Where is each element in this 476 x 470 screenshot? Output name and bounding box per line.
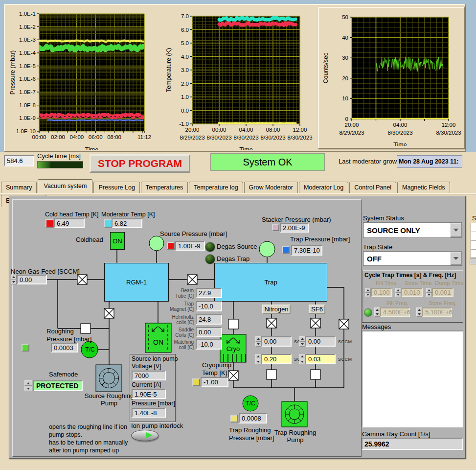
tab-pressure-log[interactable]: Pressure Log (93, 182, 139, 193)
tab-summary[interactable]: Summary (1, 182, 37, 193)
store-freq-spinner[interactable] (416, 307, 422, 317)
svg-text:00:00: 00:00 (212, 127, 227, 133)
beam-tube-value: 27.9 (196, 288, 222, 298)
source-roughing-pump-symbol (96, 365, 122, 392)
sf6-flow-set-spinner[interactable] (299, 336, 305, 347)
charts-panel: 00:0002:0004:0006:0008:0011:121.0E-11.0E… (4, 4, 466, 152)
counts-chart: 20:008/29/202304:008/30/202312:008/30/20… (319, 8, 462, 146)
degas-source-button[interactable] (205, 242, 215, 252)
beamline-valve (187, 275, 197, 284)
nitrogen-button[interactable]: Nitrogen (262, 305, 291, 314)
tab-magnetic-fields[interactable]: Magnetic Fields (397, 182, 450, 193)
svg-text:Time: Time (85, 146, 98, 150)
svg-text:5.0: 5.0 (181, 40, 189, 46)
n2-flow-act-input[interactable]: 0.20 (261, 354, 292, 364)
trap-roughing-pressure-led (230, 415, 238, 423)
store-time-input[interactable]: 0.010 (401, 288, 423, 297)
svg-text:8/30/2023: 8/30/2023 (260, 135, 285, 141)
tab-temperature-log[interactable]: Temperature log (189, 182, 243, 193)
stacker-pressure-led (272, 224, 279, 231)
pressure-chart: 00:0002:0004:0006:0008:0011:121.0E-11.0E… (7, 7, 160, 150)
n2-flow-act-spinner[interactable] (255, 354, 261, 364)
fill-time-input[interactable]: 0.100 (371, 288, 392, 297)
tab-grow-moderator[interactable]: Grow Moderator (244, 182, 298, 193)
interlock-note: opens the roughing line if ion pump stop… (49, 423, 128, 454)
sf6-flow-act-spinner[interactable] (299, 354, 305, 364)
sf6-flow-set-input[interactable]: 0.00 (305, 336, 336, 347)
store-time-spinner[interactable] (395, 288, 401, 297)
svg-text:7.0: 7.0 (181, 13, 189, 19)
tab-strip: SummaryVacuum systemPressure LogTemperat… (1, 179, 476, 193)
fill-freq-input[interactable]: 4.500E+6 (380, 307, 410, 317)
moderator-temp-value: 6.82 (112, 218, 142, 228)
sf6-button[interactable]: SF6 (309, 305, 325, 314)
temperature-chart: 20:008/29/202300:008/30/202304:008/30/20… (164, 7, 317, 150)
helmholtz-value: 24.8 (196, 314, 222, 325)
degas-trap-button[interactable] (205, 254, 215, 264)
cycle-ready-led (364, 308, 372, 317)
n2-flow-set-input[interactable]: 0.00 (261, 336, 292, 347)
tab-temperatures[interactable]: Temperatures (141, 182, 188, 193)
ion-pump-panel-title: Source ion pump (132, 355, 178, 362)
trap-magnet-value: -10.0 (196, 301, 222, 311)
gamma-count-label: Gamma Ray Count [1/s] (362, 430, 430, 438)
neon-gas-feed-input[interactable]: 0.00 (17, 275, 47, 284)
svg-text:8/30/2023: 8/30/2023 (287, 135, 312, 141)
trap-state-value: OFF (363, 255, 450, 263)
n2-flow-set-spinner[interactable] (255, 336, 261, 347)
dump-time-label: Dump Time (435, 280, 464, 286)
trap-state-dropdown[interactable]: OFF (363, 251, 462, 266)
svg-text:Pressure (mbar): Pressure (mbar) (9, 50, 16, 94)
svg-text:1.0E-8: 1.0E-8 (19, 102, 36, 108)
svg-text:1.0E-3: 1.0E-3 (19, 37, 36, 43)
messages-box[interactable] (362, 330, 463, 427)
svg-text:1.0E-9: 1.0E-9 (19, 115, 36, 121)
svg-text:8/30/2023: 8/30/2023 (233, 135, 258, 141)
helmholtz-label: Helmholtz coils [C] (166, 314, 194, 325)
system-status-banner: System OK (210, 153, 325, 171)
stacker-pressure-value: 2.00E-9 (280, 223, 309, 233)
tab-control-panel[interactable]: Control Panel (349, 182, 396, 193)
stop-program-button[interactable]: STOP PROGRAM (90, 154, 190, 173)
trap-magnet-label: Trap Magnet [C] (166, 301, 194, 312)
edge-partial-list (471, 223, 476, 258)
trap-bypass-valve (339, 319, 349, 329)
cryopump-temp-label1: Cryopump (202, 361, 231, 369)
svg-text:Time: Time (239, 146, 252, 150)
fill-time-spinner[interactable] (365, 288, 371, 297)
cryo-inlet-valve (228, 319, 238, 329)
neon-gas-feed-spinner[interactable] (11, 275, 17, 284)
roughing-pressure-label1: Roughing (46, 328, 74, 335)
safemode-spinner[interactable] (24, 380, 32, 391)
roughing-line-valve (81, 324, 91, 333)
messages-label: Messages (362, 323, 391, 330)
dump-time-input[interactable]: 0.001 (432, 288, 453, 297)
coldhead-on-button[interactable]: ON (110, 232, 125, 250)
svg-text:1.0E-7: 1.0E-7 (19, 89, 36, 95)
nitrogen-valve (267, 318, 276, 328)
svg-text:06:00: 06:00 (89, 134, 103, 140)
ion-pump-current-label: Current [A] (132, 381, 161, 388)
sf6-flow-act-input[interactable]: 0.03 (305, 354, 336, 364)
svg-text:1.0E-4: 1.0E-4 (19, 50, 36, 56)
safemode-value[interactable]: PROTECTED (33, 380, 83, 391)
svg-text:12:00: 12:00 (442, 122, 456, 128)
neon-gas-feed-label: Neon Gas Feed [SCCM] (11, 268, 80, 275)
dump-time-spinner[interactable] (426, 288, 432, 297)
store-freq-input[interactable]: 5.100E+6 (422, 307, 452, 317)
ion-pump-interlock-switch[interactable] (131, 430, 159, 441)
fill-freq-spinner[interactable] (374, 307, 380, 317)
tab-moderator-log[interactable]: Moderator Log (299, 182, 348, 193)
system-status-dropdown[interactable]: SOURCE ONLY (363, 222, 462, 238)
system-status-dropdown-icon[interactable] (450, 223, 462, 237)
svg-text:00:00: 00:00 (32, 134, 46, 140)
cryo-label: Cryo (220, 345, 246, 352)
degas-source-label: Degas Source (217, 243, 257, 250)
store-time-label: Store Time (405, 280, 432, 286)
cold-head-temp-value: 6.49 (54, 218, 85, 228)
svg-text:10: 10 (342, 95, 348, 101)
tab-vacuum-system[interactable]: Vacuum system (38, 179, 92, 193)
svg-text:50: 50 (342, 14, 348, 20)
trap-state-dropdown-icon[interactable] (450, 252, 462, 265)
last-moderator-label: Last moderator grown (339, 158, 400, 165)
